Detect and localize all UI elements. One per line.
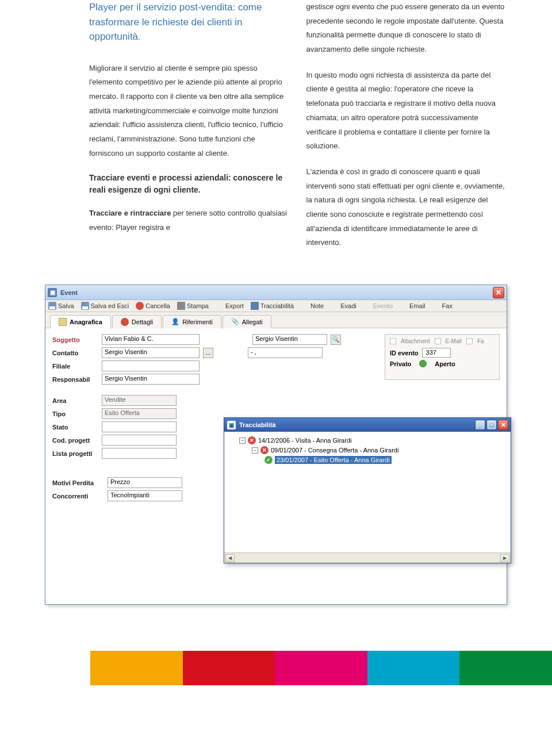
email-icon [400, 302, 408, 310]
evento-icon [363, 302, 371, 310]
col2-paragraph-3: L'azienda è così in grado di conoscere q… [306, 165, 507, 250]
trace-tree: − ✕ 14/12/2006 - Visita - Anna Girardi −… [224, 432, 511, 552]
fa-checkbox[interactable] [466, 338, 473, 344]
maximize-icon[interactable]: □ [486, 420, 497, 430]
tipo-label: Tipo [52, 410, 98, 417]
col1-paragraph-1: Migliorare il servizio al cliente è semp… [89, 62, 289, 161]
salva-esci-button[interactable]: Salva ed Esci [81, 302, 129, 310]
status-red-icon: ✕ [260, 446, 269, 454]
popup-titlebar: ▣ Tracciabilità _ □ ✕ [224, 418, 511, 432]
tree-node-3[interactable]: ✓ 23/01/2007 - Esito Offerta - Anna Gira… [230, 456, 505, 464]
email-label: E-Mail [446, 338, 462, 344]
save-exit-icon [81, 302, 89, 310]
tree-node-2[interactable]: − ✕ 09/01/2007 - Consegna Offerta - Anna… [230, 446, 505, 454]
note-button[interactable]: Note [301, 302, 324, 310]
responsabil-label: Responsabil [52, 376, 98, 383]
cancel-icon [136, 302, 144, 310]
tab-riferimenti[interactable]: 👤Riferimenti [163, 315, 221, 328]
attachment-label: Attachment [401, 338, 430, 344]
tree-node-1[interactable]: − ✕ 14/12/2006 - Visita - Anna Girardi [230, 436, 505, 444]
responsabil-input[interactable]: Sergio Visentin [102, 374, 200, 385]
tabs: Anagrafica Dettagli 👤Riferimenti 📎Allega… [45, 312, 507, 328]
collapse-icon[interactable]: − [252, 447, 258, 454]
evadi-button[interactable]: Evadi [331, 302, 356, 310]
lista-progetti-label: Lista progetti [52, 450, 98, 457]
headline: Player per il servizio post-vendita: com… [89, 0, 289, 44]
app-icon: ▣ [48, 288, 57, 297]
collapse-icon[interactable]: − [239, 438, 246, 444]
tab-dettagli[interactable]: Dettagli [112, 315, 162, 328]
aperto-label: Aperto [435, 360, 455, 367]
id-evento-value: 337 [422, 348, 451, 358]
tracciabilita-button[interactable]: Tracciabilità [251, 302, 294, 310]
search-icon[interactable]: 🔍 [331, 335, 341, 345]
fax-button[interactable]: Fax [432, 302, 453, 310]
responsabile2-input[interactable]: Sergio Visentin [252, 334, 327, 345]
anagrafica-icon [59, 318, 67, 326]
cod-progett-label: Cod. progett [52, 437, 98, 444]
toolbar: Salva Salva ed Esci Cancella Stampa Expo… [45, 300, 507, 312]
tab-allegati[interactable]: 📎Allegati [223, 315, 271, 328]
lista-progetti-input[interactable] [102, 448, 177, 459]
evento-button[interactable]: Evento [363, 302, 393, 310]
footer-color-bar [0, 651, 552, 685]
area-input[interactable]: Vendite [102, 395, 177, 406]
form-area: Soggetto Vivian Fabio & C. Sergio Visent… [45, 328, 507, 604]
riferimenti-icon: 👤 [171, 318, 179, 326]
allegati-icon: 📎 [231, 318, 239, 326]
ellipsis-icon[interactable]: … [203, 348, 213, 358]
filiale-label: Filiale [52, 363, 98, 370]
fax-icon [432, 302, 440, 310]
stampa-button[interactable]: Stampa [177, 302, 209, 310]
tipo-input[interactable]: Esito Offerta [102, 408, 177, 419]
cancella-button[interactable]: Cancella [136, 302, 170, 310]
email-checkbox[interactable] [435, 338, 441, 344]
filiale-input[interactable] [102, 360, 200, 371]
print-icon [177, 302, 185, 310]
salva-button[interactable]: Salva [48, 302, 74, 310]
scroll-left-icon[interactable]: ◀ [225, 554, 235, 562]
privato-label: Privato [390, 360, 411, 367]
contatto-label: Contatto [52, 350, 98, 356]
concorrenti-label: Concorrenti [52, 493, 104, 500]
export-icon [216, 302, 224, 310]
note-icon [301, 302, 309, 310]
status-green-icon: ✓ [264, 456, 273, 464]
export-button[interactable]: Export [216, 302, 244, 310]
col1-subheading: Tracciare eventi e processi aziendali: c… [89, 172, 289, 196]
popup-close-icon[interactable]: ✕ [498, 420, 508, 430]
contatto-input[interactable]: Sergio Visentin [102, 347, 200, 358]
status-red-icon: ✕ [248, 436, 256, 444]
soggetto-input[interactable]: Vivian Fabio & C. [102, 334, 200, 345]
soggetto-label: Soggetto [52, 336, 98, 343]
attachment-checkbox[interactable] [390, 338, 396, 344]
tab-anagrafica[interactable]: Anagrafica [50, 315, 111, 328]
tracciabilita-popup: ▣ Tracciabilità _ □ ✕ − ✕ 14/12/2006 - V… [224, 417, 511, 563]
col2-paragraph-1: gestisce ogni evento che può essere gene… [306, 0, 507, 57]
popup-title: Tracciabilità [239, 421, 276, 428]
fa-label: Fa [477, 338, 484, 344]
dash-input[interactable]: - , [248, 347, 323, 358]
save-icon [48, 302, 56, 310]
area-label: Area [52, 397, 98, 404]
minimize-icon[interactable]: _ [475, 420, 485, 430]
close-icon[interactable]: ✕ [493, 287, 504, 298]
evadi-icon [331, 302, 339, 310]
popup-app-icon: ▣ [227, 421, 236, 429]
motivi-perdita-input[interactable]: Prezzo [108, 477, 182, 488]
scroll-right-icon[interactable]: ▶ [500, 554, 509, 562]
id-evento-label: ID evento [390, 350, 419, 356]
col1-paragraph-track: Tracciare e rintracciare per tenere sott… [89, 206, 289, 235]
col2-paragraph-2: In questo modo ogni richiesta di assiste… [306, 68, 507, 153]
dettagli-icon [121, 318, 129, 326]
cod-progett-input[interactable] [102, 435, 177, 446]
stato-input[interactable] [102, 421, 177, 432]
privato-status-icon [419, 360, 427, 367]
window-title: Event [60, 289, 78, 296]
concorrenti-input[interactable]: TecnoImpianti [108, 490, 182, 501]
email-button[interactable]: Email [400, 302, 425, 310]
titlebar: ▣ Event ✕ [45, 285, 507, 300]
popup-scrollbar[interactable]: ◀ ▶ [224, 552, 511, 563]
event-window: ▣ Event ✕ Salva Salva ed Esci Cancella S… [45, 285, 507, 605]
stato-label: Stato [52, 424, 98, 431]
